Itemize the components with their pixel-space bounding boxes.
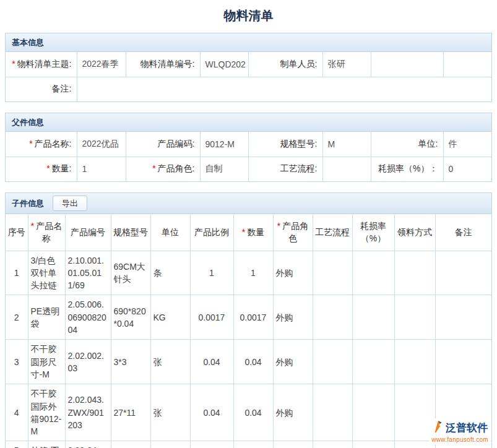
child-items-table: 序号*产品名称产品编号规格型号单位产品比例*数量*产品角色工艺流程耗损率（%）领…	[6, 214, 491, 448]
table-cell	[352, 441, 394, 448]
table-cell	[313, 441, 352, 448]
table-cell	[273, 441, 313, 448]
export-button[interactable]: 导出	[53, 196, 87, 212]
table-cell	[150, 441, 190, 448]
table-cell: 27*11	[111, 384, 150, 441]
table-cell	[352, 251, 394, 295]
parent-info-header: 父件信息	[6, 113, 491, 132]
table-cell	[111, 441, 150, 448]
column-header: 序号	[6, 214, 28, 251]
column-header: *数量	[233, 214, 273, 251]
remark-value	[77, 77, 491, 101]
child-info-header: 子件信息 导出	[6, 193, 491, 214]
table-cell	[435, 295, 491, 340]
product-role-label-text: 产品角色:	[158, 163, 195, 173]
table-header-row: 序号*产品名称产品编号规格型号单位产品比例*数量*产品角色工艺流程耗损率（%）领…	[6, 214, 491, 251]
parent-info-row-2: *数量: 1 *产品角色: 自制 工艺流程: 耗损率（%）： 0	[6, 157, 491, 181]
subject-label-text: 物料清单主题:	[17, 59, 72, 69]
required-marker: *	[12, 59, 15, 69]
quantity-label: *数量:	[6, 157, 77, 181]
table-cell: 69CM大针头	[111, 251, 150, 295]
table-cell: 2.10.001.01.05.011/69	[65, 251, 111, 295]
table-row: 13/白色双针单头拉链2.10.001.01.05.011/6969CM大针头条…	[6, 251, 491, 295]
unit-label: 单位:	[371, 132, 443, 157]
table-cell: 1	[233, 251, 273, 295]
table-cell	[394, 295, 435, 340]
table-cell	[313, 295, 352, 340]
table-cell: 不干胶国际外箱9012-M	[28, 384, 65, 441]
table-cell: 张	[150, 384, 190, 441]
remark-label: 备注:	[6, 77, 77, 101]
table-row: 4不干胶国际外箱9012-M2.02.043.ZWX/90120327*11张0…	[6, 384, 491, 441]
process-flow-value	[322, 157, 371, 181]
table-cell	[394, 251, 435, 295]
fanpu-logo-icon	[432, 420, 443, 436]
brand-name: 泛普软件	[446, 421, 488, 435]
fanpu-watermark: 泛普软件 www.fanpusoft.com	[429, 418, 491, 444]
loss-rate-label: 耗损率（%）：	[371, 157, 443, 181]
parent-info-section: 父件信息 *产品名称: 2022优品 产品编码: 9012-M 规格型号: M …	[5, 113, 492, 182]
table-cell: 0.04	[233, 384, 273, 441]
column-header: 耗损率（%）	[352, 214, 394, 251]
basic-info-header: 基本信息	[6, 33, 491, 52]
column-header: 领料方式	[394, 214, 435, 251]
quantity-label-text: 数量:	[52, 163, 72, 173]
table-cell: 1	[190, 251, 233, 295]
table-row: 3不干胶圆形尺寸-M2.02.002.033*3张0.040.04外购	[6, 340, 491, 384]
table-cell: 3	[6, 340, 28, 384]
table-cell: 外购	[273, 340, 313, 384]
table-cell	[394, 340, 435, 384]
basic-info-row-2: 备注:	[6, 77, 491, 101]
basic-info-title: 基本信息	[12, 37, 44, 48]
list-code-label: 物料清单编号:	[126, 52, 200, 77]
brand-url: www.fanpusoft.com	[431, 436, 488, 443]
table-cell: 2.05.006.0690082004	[65, 295, 111, 340]
table-cell: 5	[6, 441, 28, 448]
parent-info-form: *产品名称: 2022优品 产品编码: 9012-M 规格型号: M 单位: 件…	[6, 132, 491, 181]
quantity-value: 1	[77, 157, 126, 181]
table-cell	[435, 340, 491, 384]
parent-info-row-1: *产品名称: 2022优品 产品编码: 9012-M 规格型号: M 单位: 件	[6, 132, 491, 157]
process-flow-label: 工艺流程:	[248, 157, 322, 181]
product-role-value: 自制	[200, 157, 248, 181]
parent-info-title: 父件信息	[12, 117, 44, 128]
table-cell: 外购	[273, 384, 313, 441]
table-cell	[313, 251, 352, 295]
column-header: 单位	[150, 214, 190, 251]
table-cell	[313, 384, 352, 441]
child-info-section: 子件信息 导出 序号*产品名称产品编号规格型号单位产品比例*数量*产品角色工艺流…	[5, 192, 492, 448]
table-cell: 0.04	[233, 340, 273, 384]
table-cell: 张	[150, 340, 190, 384]
table-row: 2PE透明袋2.05.006.0690082004690*820*0.04KG0…	[6, 295, 491, 340]
spec-value: M	[322, 132, 371, 157]
table-cell: 3*3	[111, 340, 150, 384]
basic-info-row-1: *物料清单主题: 2022春季 物料清单编号: WLQD202 制单人员: 张研	[6, 52, 491, 77]
column-header: 产品编号	[65, 214, 111, 251]
loss-rate-value: 0	[443, 157, 491, 181]
product-name-label: *产品名称:	[6, 132, 77, 157]
table-cell	[190, 441, 233, 448]
column-header: *产品角色	[273, 214, 313, 251]
subject-label: *物料清单主题:	[6, 52, 77, 77]
table-cell	[352, 295, 394, 340]
column-header: 备注	[435, 214, 491, 251]
product-code-value: 9012-M	[200, 132, 248, 157]
required-marker: *	[277, 221, 280, 231]
table-cell	[233, 441, 273, 448]
required-marker: *	[242, 227, 245, 237]
basic-info-form: *物料清单主题: 2022春季 物料清单编号: WLQD202 制单人员: 张研…	[6, 52, 491, 101]
table-cell	[352, 384, 394, 441]
table-cell: 2	[6, 295, 28, 340]
table-cell: 2.99.04	[65, 441, 111, 448]
required-marker: *	[46, 163, 50, 173]
table-cell	[352, 340, 394, 384]
table-cell: 0.0017	[190, 295, 233, 340]
product-name-label-text: 产品名称:	[35, 139, 72, 149]
table-row: 5外箱 圆2.99.04	[6, 441, 491, 448]
column-header: *产品名称	[28, 214, 65, 251]
unit-value: 件	[443, 132, 491, 157]
table-cell	[435, 251, 491, 295]
column-header: 规格型号	[111, 214, 150, 251]
table-cell: KG	[150, 295, 190, 340]
table-cell: 外箱 圆	[28, 441, 65, 448]
